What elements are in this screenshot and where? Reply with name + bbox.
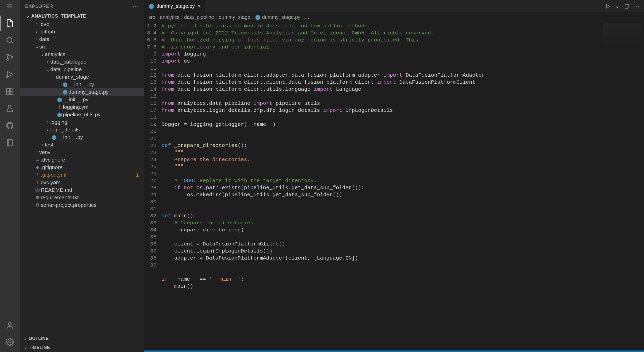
split-editor-icon[interactable]: ▢: [624, 3, 629, 9]
extensions-icon[interactable]: [0, 84, 20, 99]
chevron-right-icon: ›: [25, 336, 27, 341]
more-actions-icon[interactable]: ⋯: [634, 3, 639, 9]
folder-login-details[interactable]: ›login_details: [20, 126, 144, 133]
settings-gear-icon[interactable]: [0, 334, 20, 349]
folder-dummy-stage[interactable]: ⌄dummy_stage: [20, 73, 144, 81]
svg-rect-12: [7, 92, 9, 94]
breadcrumb-seg: ...: [305, 14, 309, 20]
breadcrumb-seg: src: [148, 14, 155, 20]
breadcrumb-seg: dummy_stage: [219, 14, 251, 20]
python-icon: ⬤: [62, 82, 68, 87]
timeline-section[interactable]: ›TIMELINE: [20, 343, 144, 352]
folder-dvc[interactable]: ›.dvc: [20, 20, 144, 28]
file-init1[interactable]: ⬤__init__.py: [20, 81, 144, 88]
run-debug-icon[interactable]: [0, 67, 20, 82]
explorer-icon[interactable]: [0, 16, 20, 31]
app-root: EXPLORER ⋯ ⌄ ANALYTICS_TEMPLATE ›.dvc ›.…: [0, 0, 644, 352]
minimap[interactable]: [603, 23, 640, 48]
breadcrumb-seg: analytics: [160, 14, 179, 20]
sidebar: EXPLORER ⋯ ⌄ ANALYTICS_TEMPLATE ›.dvc ›.…: [20, 0, 144, 352]
project-root-label: ANALYTICS_TEMPLATE: [31, 13, 86, 19]
svg-point-18: [9, 341, 11, 343]
svg-marker-8: [8, 72, 13, 77]
outline-section[interactable]: ›OUTLINE: [20, 334, 144, 343]
folder-data[interactable]: ›data: [20, 35, 144, 43]
yaml-icon: !: [34, 180, 41, 185]
python-icon: ⬤: [56, 112, 63, 117]
svg-point-5: [7, 54, 9, 56]
python-icon: ⬤: [56, 97, 63, 102]
code-editor[interactable]: 1 2 3 4 5 6 7 8 9 10 11 12 13 14 15 16 1…: [144, 22, 644, 350]
folder-test[interactable]: ›test: [20, 141, 144, 148]
svg-point-17: [8, 323, 11, 325]
file-pipeline-utils[interactable]: ⬤pipeline_utils.py: [20, 111, 144, 118]
python-icon: ⬤: [148, 3, 154, 9]
info-icon: ⓘ: [34, 187, 41, 193]
file-logging-yml[interactable]: !logging.yml: [20, 103, 144, 111]
folder-data-pipeline[interactable]: ⌄data_pipeline: [20, 66, 144, 73]
folder-src[interactable]: ⌄src: [20, 43, 144, 51]
modified-badge: 1: [136, 172, 139, 178]
file-sonar[interactable]: ⚙sonar-project.properties: [20, 201, 144, 209]
file-gitignore[interactable]: ◆.gitignore: [20, 164, 144, 171]
folder-data-catalogue[interactable]: ›data_catalogue: [20, 58, 144, 66]
activity-bar: [0, 0, 20, 352]
breadcrumb-seg: data_pipeline: [184, 14, 214, 20]
file-init3[interactable]: ⬤__init__.py: [20, 133, 144, 141]
svg-point-3: [7, 37, 12, 42]
file-gitpod-yml[interactable]: !.gitpod.yml1: [20, 171, 144, 179]
python-icon: ⬤: [51, 134, 57, 140]
yaml-icon: !: [56, 105, 63, 110]
file-init2[interactable]: ⬤__init__.py: [20, 96, 144, 103]
gear-icon: ⚙: [34, 202, 41, 208]
account-icon[interactable]: [0, 318, 20, 333]
file-icon: ≡: [34, 157, 41, 163]
svg-point-6: [7, 59, 9, 60]
github-icon[interactable]: [0, 118, 20, 133]
folder-github[interactable]: ›.github: [20, 28, 144, 35]
file-tree: ›.dvc ›.github ›data ⌄src ⌄analytics ›da…: [20, 20, 144, 334]
python-icon: ⬤: [255, 14, 261, 20]
svg-rect-13: [10, 92, 13, 94]
code-content[interactable]: # pylint: disable=missing-module-docstri…: [162, 22, 644, 350]
folder-venv[interactable]: ›venv: [20, 148, 144, 156]
svg-rect-11: [10, 88, 13, 91]
git-icon: ◆: [34, 165, 41, 170]
project-root[interactable]: ⌄ ANALYTICS_TEMPLATE: [20, 12, 144, 20]
tab-dummy-stage[interactable]: ⬤ dummy_stage.py ✕: [144, 0, 205, 12]
sidebar-header: EXPLORER ⋯: [20, 0, 144, 12]
file-requirements[interactable]: ≡requirements.txt: [20, 194, 144, 201]
svg-point-7: [11, 56, 13, 58]
file-dummy-stage-py[interactable]: ⬤dummy_stage.py: [20, 88, 144, 96]
close-icon[interactable]: ✕: [197, 3, 201, 9]
menu-icon[interactable]: [0, 0, 20, 13]
svg-line-4: [11, 42, 13, 43]
svg-rect-10: [7, 88, 9, 91]
file-readme[interactable]: ⓘREADME.md: [20, 186, 144, 194]
search-icon[interactable]: [0, 33, 20, 48]
breadcrumb[interactable]: src› analytics› data_pipeline› dummy_sta…: [144, 12, 644, 22]
testing-icon[interactable]: [0, 101, 20, 116]
sidebar-title: EXPLORER: [25, 4, 53, 9]
run-icon[interactable]: ▷: [606, 3, 611, 9]
file-icon: ≡: [34, 195, 41, 200]
editor-actions: ▷ ⌄ ▢ ⋯: [606, 3, 644, 9]
source-control-icon[interactable]: [0, 50, 20, 65]
chevron-down-icon: ⌄: [26, 13, 30, 19]
file-dvcignore[interactable]: ≡.dvcignore: [20, 156, 144, 164]
folder-analytics[interactable]: ⌄analytics: [20, 51, 144, 58]
svg-rect-15: [7, 139, 12, 146]
file-dvc-yaml[interactable]: !dvc.yaml: [20, 179, 144, 186]
chevron-right-icon: ›: [25, 345, 27, 350]
notebook-icon[interactable]: [0, 135, 20, 150]
tab-label: dummy_stage.py: [156, 3, 195, 9]
breadcrumb-seg: dummy_stage.py: [262, 14, 300, 20]
folder-logging[interactable]: ›logging: [20, 118, 144, 126]
status-bar[interactable]: [144, 350, 644, 352]
line-gutter: 1 2 3 4 5 6 7 8 9 10 11 12 13 14 15 16 1…: [144, 22, 162, 350]
python-icon: ⬤: [62, 89, 68, 95]
editor-area: ⬤ dummy_stage.py ✕ ▷ ⌄ ▢ ⋯ src› analytic…: [144, 0, 644, 352]
yaml-icon: !: [34, 172, 41, 178]
run-chevron-icon[interactable]: ⌄: [615, 3, 620, 9]
more-icon[interactable]: ⋯: [133, 3, 138, 10]
